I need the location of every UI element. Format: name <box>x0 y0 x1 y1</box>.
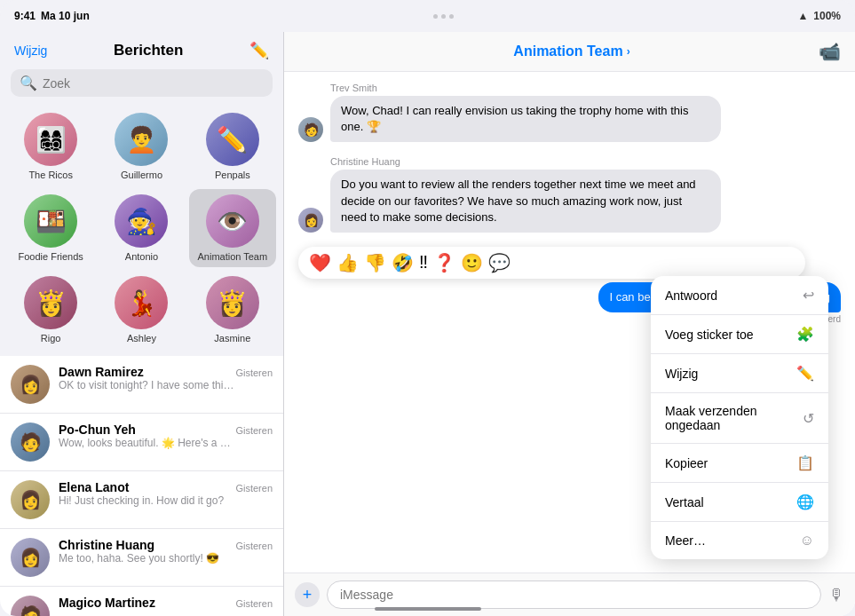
avatar-name: Penpals <box>215 170 250 180</box>
context-translate[interactable]: Vertaal 🌐 <box>651 483 828 522</box>
reaction-thumbsup[interactable]: 👍 <box>336 252 359 273</box>
conversation-item-magico[interactable]: 🧑Magico MartinezGisteren <box>0 587 283 616</box>
conv-time: Gisteren <box>235 425 273 436</box>
conv-time: Gisteren <box>235 367 273 378</box>
avatar-circle: 👁️ <box>206 194 259 248</box>
translate-icon: 🌐 <box>796 494 814 510</box>
right-panel: Animation Team › 📹 Trev Smith 🧑 Wow, Cha… <box>284 32 855 616</box>
unsend-icon: ↺ <box>803 410 814 427</box>
conversation-item-po-chun[interactable]: 🧑Po-Chun YehGisterenWow, looks beautiful… <box>0 414 283 471</box>
search-input[interactable] <box>43 76 264 91</box>
reaction-question[interactable]: ❓ <box>433 252 455 273</box>
avatar-name: Jasmine <box>214 333 250 344</box>
wijzig-icon: ✏️ <box>796 365 814 382</box>
search-icon: 🔍 <box>20 75 37 91</box>
conv-name: Po-Chun Yeh <box>59 423 136 437</box>
context-wijzig[interactable]: Wijzig ✏️ <box>651 354 828 393</box>
reaction-thumbsdown[interactable]: 👎 <box>364 252 386 273</box>
edit-button[interactable]: Wijzig <box>14 43 47 58</box>
antwoord-icon: ↩ <box>803 287 814 304</box>
avatar-name: Guillermo <box>121 170 162 180</box>
chat-title[interactable]: Animation Team › <box>513 43 629 59</box>
conv-content: Magico MartinezGisteren <box>59 596 273 610</box>
chat-chevron-icon: › <box>627 45 630 58</box>
reaction-bar[interactable]: ❤️ 👍 👎 🤣 ‼️ ❓ 🙂 💬 <box>298 247 805 279</box>
messages-header: Wijzig Berichten ✏️ <box>0 32 283 66</box>
context-unsend[interactable]: Maak verzenden ongedaan ↺ <box>651 393 828 444</box>
avatar-name: Foodie Friends <box>18 251 83 262</box>
reaction-exclaim[interactable]: ‼️ <box>419 252 428 272</box>
chat-header: Animation Team › 📹 <box>284 32 855 72</box>
avatar-item-jasmine[interactable]: 👸Jasmine <box>189 271 276 349</box>
avatar-item-rigo[interactable]: 👸Rigo <box>7 271 94 349</box>
conversation-item-christine[interactable]: 👩Christine HuangGisterenMe too, haha. Se… <box>0 529 283 587</box>
conv-avatar: 👩 <box>11 480 50 519</box>
conversation-item-dawn[interactable]: 👩Dawn RamirezGisterenOK to visit tonight… <box>0 356 283 414</box>
context-antwoord-label: Antwoord <box>665 288 717 303</box>
avatar-circle: 👸 <box>24 276 77 329</box>
pinned-contacts-grid: 👩‍👩‍👧‍👦The Ricos🧑‍🦱Guillermo✏️Penpals🍱Fo… <box>0 104 283 356</box>
avatar-item-guillermo[interactable]: 🧑‍🦱Guillermo <box>98 107 185 186</box>
context-copy[interactable]: Kopieer 📋 <box>651 444 828 483</box>
conv-content: Elena LanotGisterenHi! Just checking in.… <box>59 480 273 507</box>
avatar-item-the-ricos[interactable]: 👩‍👩‍👧‍👦The Ricos <box>7 107 94 186</box>
conv-name: Christine Huang <box>59 538 154 552</box>
conv-avatar: 👩 <box>11 538 50 577</box>
avatar-circle: 👸 <box>206 276 259 329</box>
message-row: Christine Huang 👩 Do you want to review … <box>298 156 841 233</box>
reaction-haha[interactable]: 🤣 <box>392 252 414 273</box>
conversation-list: 👩Dawn RamirezGisterenOK to visit tonight… <box>0 356 283 616</box>
avatar-item-animation-team[interactable]: 👁️Animation Team <box>189 189 276 267</box>
avatar-circle: 🧑‍🦱 <box>115 113 168 166</box>
chat-title-text: Animation Team <box>513 43 622 59</box>
copy-icon: 📋 <box>796 454 814 471</box>
avatar-item-ashley[interactable]: 💃Ashley <box>98 271 185 349</box>
conversation-item-elena[interactable]: 👩Elena LanotGisterenHi! Just checking in… <box>0 471 283 529</box>
add-button[interactable]: + <box>295 582 320 607</box>
conv-avatar: 🧑 <box>11 423 50 462</box>
reaction-typing[interactable]: 💬 <box>488 252 511 273</box>
context-sticker[interactable]: Voeg sticker toe 🧩 <box>651 315 828 354</box>
video-call-button[interactable]: 📹 <box>819 41 841 62</box>
avatar-circle: 🍱 <box>24 194 77 248</box>
conv-name: Dawn Ramirez <box>59 365 144 379</box>
battery-label: 100% <box>813 10 841 22</box>
search-bar[interactable]: 🔍 <box>11 69 273 97</box>
left-panel: Wijzig Berichten ✏️ 🔍 👩‍👩‍👧‍👦The Ricos🧑‍… <box>0 32 284 616</box>
sender-name-christine: Christine Huang <box>298 156 841 167</box>
reaction-heart[interactable]: ❤️ <box>309 252 331 273</box>
context-antwoord[interactable]: Antwoord ↩ <box>651 276 828 315</box>
avatar-name: The Ricos <box>28 170 73 180</box>
avatar-christine: 👩 <box>298 208 323 233</box>
avatar-item-antonio[interactable]: 🧙Antonio <box>98 189 185 267</box>
avatar-circle: 🧙 <box>115 194 168 248</box>
avatar-item-foodie-friends[interactable]: 🍱Foodie Friends <box>7 189 94 267</box>
conv-name: Magico Martinez <box>59 596 155 610</box>
avatar-name: Antonio <box>125 251 158 262</box>
conv-time: Gisteren <box>235 483 273 494</box>
compose-button[interactable]: ✏️ <box>249 41 269 60</box>
context-more-label: Meer… <box>665 533 706 548</box>
bubble-received-trev: Wow, Chad! I can really envision us taki… <box>330 96 721 142</box>
conv-avatar: 🧑 <box>11 596 50 616</box>
time-label: 9:41 <box>14 10 36 22</box>
conv-content: Christine HuangGisterenMe too, haha. See… <box>59 538 273 565</box>
avatar-circle: 💃 <box>115 276 168 329</box>
conv-avatar: 👩 <box>11 365 50 404</box>
message-input[interactable] <box>327 580 821 609</box>
message-with-avatar: 🧑 Wow, Chad! I can really envision us ta… <box>298 96 841 142</box>
wifi-icon: ▲ <box>797 10 808 22</box>
avatar-item-penpals[interactable]: ✏️Penpals <box>189 107 276 186</box>
message-with-avatar: 👩 Do you want to review all the renders … <box>298 170 841 233</box>
avatar-circle: 👩‍👩‍👧‍👦 <box>24 113 77 166</box>
more-icon: ☺ <box>800 533 814 549</box>
context-more[interactable]: Meer… ☺ <box>651 522 828 559</box>
reaction-smile[interactable]: 🙂 <box>461 252 483 273</box>
message-row: Trev Smith 🧑 Wow, Chad! I can really env… <box>298 83 841 142</box>
app-container: Wijzig Berichten ✏️ 🔍 👩‍👩‍👧‍👦The Ricos🧑‍… <box>0 32 855 616</box>
context-menu: Antwoord ↩ Voeg sticker toe 🧩 Wijzig ✏️ … <box>651 276 828 559</box>
sender-name-trev: Trev Smith <box>298 83 841 93</box>
avatar-name: Rigo <box>41 333 61 344</box>
mic-button[interactable]: 🎙 <box>828 586 844 604</box>
conv-preview: OK to visit tonight? I have some things … <box>59 379 236 391</box>
